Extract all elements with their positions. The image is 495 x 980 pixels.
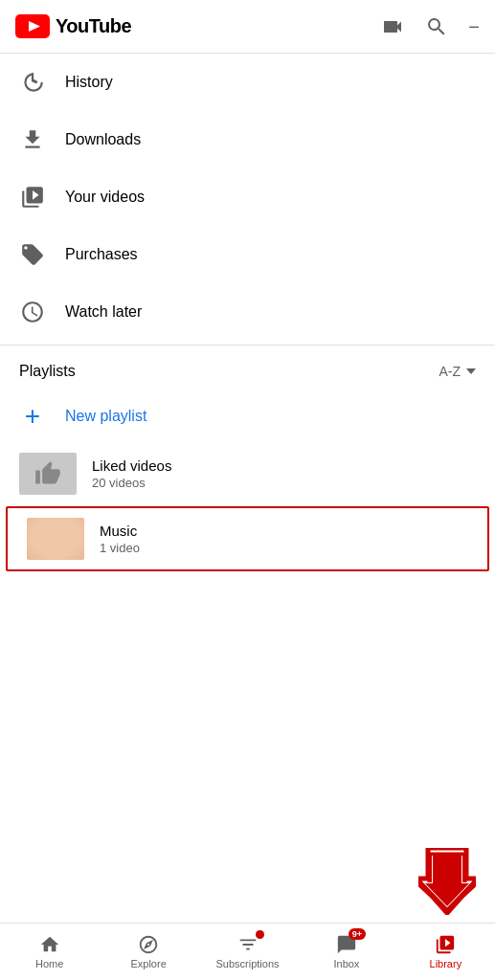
watch-later-label: Watch later xyxy=(65,303,142,321)
youtube-logo-icon xyxy=(15,14,50,38)
your-videos-label: Your videos xyxy=(65,189,145,206)
bottom-navigation: Home Explore Subscriptions 9+ xyxy=(0,923,495,980)
library-menu: History Downloads Your videos Purchases xyxy=(0,54,495,341)
inbox-badge: 9+ xyxy=(349,928,366,940)
library-icon xyxy=(433,934,458,955)
liked-videos-name: Liked videos xyxy=(92,457,171,474)
sort-chevron-icon xyxy=(466,368,476,374)
search-button[interactable] xyxy=(424,14,449,39)
minimize-button[interactable]: − xyxy=(468,17,480,36)
plus-icon: + xyxy=(19,403,46,430)
explore-icon xyxy=(136,934,161,955)
music-playlist-thumb xyxy=(27,518,84,560)
menu-item-downloads[interactable]: Downloads xyxy=(0,111,495,168)
playlists-title: Playlists xyxy=(19,363,76,380)
logo-area[interactable]: YouTube xyxy=(15,14,131,38)
menu-item-your-videos[interactable]: Your videos xyxy=(0,168,495,226)
inbox-badge-wrapper: 9+ xyxy=(335,934,358,955)
arrow-indicator xyxy=(418,848,476,915)
nav-item-inbox[interactable]: 9+ Inbox xyxy=(297,928,395,975)
purchases-icon xyxy=(19,241,46,268)
nav-item-library[interactable]: Library xyxy=(396,928,495,975)
section-divider xyxy=(0,345,495,345)
history-icon xyxy=(19,69,46,96)
inbox-nav-label: Inbox xyxy=(333,958,359,969)
subscriptions-icon xyxy=(236,934,260,955)
your-videos-icon xyxy=(19,184,46,211)
music-info: Music 1 video xyxy=(100,523,140,555)
menu-item-purchases[interactable]: Purchases xyxy=(0,226,495,283)
inbox-icon: 9+ xyxy=(334,934,359,955)
subscriptions-dot-badge xyxy=(256,930,264,939)
music-count: 1 video xyxy=(100,541,140,555)
header-actions: − xyxy=(380,14,480,39)
search-icon xyxy=(425,15,448,38)
nav-item-home[interactable]: Home xyxy=(0,928,99,975)
nav-item-explore[interactable]: Explore xyxy=(99,928,197,975)
music-name: Music xyxy=(100,523,140,539)
menu-item-history[interactable]: History xyxy=(0,54,495,111)
sort-label: A-Z xyxy=(439,364,461,379)
purchases-label: Purchases xyxy=(65,246,138,263)
download-icon xyxy=(19,126,46,153)
playlist-item-music[interactable]: Music 1 video xyxy=(8,508,487,569)
history-label: History xyxy=(65,74,113,91)
downloads-label: Downloads xyxy=(65,131,141,148)
camera-icon xyxy=(381,15,404,38)
home-icon xyxy=(37,934,62,955)
liked-videos-info: Liked videos 20 videos xyxy=(92,457,171,490)
music-thumb-image xyxy=(27,518,84,560)
watch-later-icon xyxy=(19,299,46,325)
liked-videos-thumb xyxy=(19,453,77,495)
home-nav-label: Home xyxy=(35,958,63,969)
new-playlist-button[interactable]: + New playlist xyxy=(0,390,495,443)
explore-nav-label: Explore xyxy=(130,958,166,969)
playlists-header: Playlists A-Z xyxy=(0,349,495,390)
playlist-item-liked-videos[interactable]: Liked videos 20 videos xyxy=(0,443,495,504)
app-header: YouTube − xyxy=(0,0,495,54)
liked-videos-count: 20 videos xyxy=(92,476,171,490)
nav-item-subscriptions[interactable]: Subscriptions xyxy=(198,928,297,975)
music-playlist-selected-border: Music 1 video xyxy=(6,506,489,571)
camera-button[interactable] xyxy=(380,14,405,39)
new-playlist-label: New playlist xyxy=(65,408,146,425)
library-nav-label: Library xyxy=(430,958,462,969)
sort-control[interactable]: A-Z xyxy=(439,364,476,379)
down-arrow-overlay xyxy=(418,848,476,915)
menu-item-watch-later[interactable]: Watch later xyxy=(0,283,495,341)
subscriptions-nav-label: Subscriptions xyxy=(215,958,279,969)
youtube-wordmark: YouTube xyxy=(56,15,131,37)
